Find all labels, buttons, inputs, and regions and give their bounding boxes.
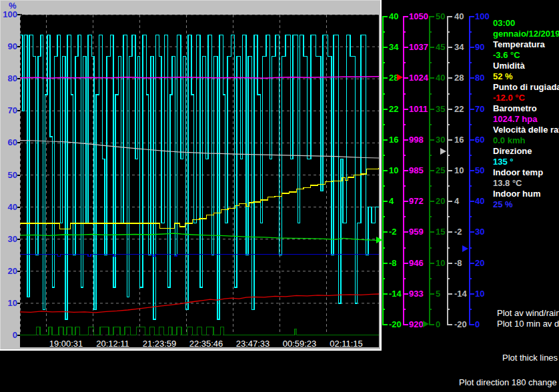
wind-speed-axis-minor-tick [429, 185, 432, 187]
time-tick-label: 22:35:46 [189, 339, 223, 349]
indoor-hum-axis-minor-tick [469, 247, 472, 249]
indoor-temp-axis-tick [447, 77, 452, 79]
indoor-temp-axis-label: 16 [454, 135, 464, 145]
indoor-temp-axis-tick [447, 231, 452, 233]
option-plot-av-wind-rain[interactable]: Plot av wind/rain [497, 308, 559, 318]
left-axis-label: 40 [0, 202, 17, 212]
indoor-temp-pointer [440, 148, 446, 155]
outdoor-temp-axis-label: 34 [389, 42, 398, 52]
indoor-hum-axis-minor-tick [469, 309, 472, 310]
time-tick-label: 23:47:33 [236, 339, 270, 349]
direction-label: Direzione [493, 146, 559, 157]
screen-background: % 1009080706050403020100 19:00:3120:12:1… [0, 0, 559, 392]
left-axis-label: 30 [0, 234, 17, 244]
outdoor-temp-axis-tick [382, 170, 388, 171]
option-plot-thick-lines[interactable]: Plot thick lines [502, 353, 558, 363]
outdoor-temp-axis-label: -14 [389, 289, 402, 299]
wind-speed-axis-tick [429, 77, 434, 79]
outdoor-temp-axis-tick [382, 16, 388, 17]
time-tick-label: 19:00:31 [49, 339, 83, 349]
indoor-hum-axis-tick [469, 77, 474, 79]
indoor-temp-axis-label: 22 [454, 104, 464, 114]
barometer-axis-label: 920 [409, 319, 424, 329]
wind-speed-axis-tick [429, 139, 434, 141]
temperature-value: -3.6 °C [493, 50, 559, 61]
chart-window: % 1009080706050403020100 19:00:3120:12:1… [0, 0, 382, 351]
barometer-axis-label: 1024 [409, 73, 428, 83]
wind-speed-axis-label: 50 [436, 11, 445, 21]
indoor-hum-axis-tick [469, 263, 474, 264]
outdoor-temp-axis-label: -20 [389, 319, 402, 329]
barometer-axis-minor-tick [403, 216, 406, 217]
indoor-hum-axis-minor-tick [469, 31, 472, 33]
outdoor-temp-axis-label: -8 [389, 258, 397, 268]
wind-speed-axis-label: 30 [436, 135, 445, 145]
outdoor-temp-axis-label: 40 [389, 11, 398, 21]
barometer-axis-label: 1050 [409, 11, 428, 21]
indoor-temp-axis-tick [447, 263, 452, 264]
indoor-temp-axis-minor-tick [447, 124, 450, 125]
indoor-temp-axis-minor-tick [447, 216, 450, 217]
wind-speed-axis-tick [429, 324, 434, 325]
indoor-temp-axis-tick [447, 170, 452, 171]
barometer-axis-tick [403, 231, 408, 233]
outdoor-temp-axis-tick [382, 231, 388, 233]
barometer-axis-tick [403, 293, 408, 295]
wind-speed-axis-minor-tick [429, 216, 432, 217]
indoor-temp-axis-minor-tick [447, 185, 450, 187]
indoor-temp-axis-tick [447, 324, 452, 325]
barometer-axis-minor-tick [403, 247, 406, 249]
wind-speed-axis-label: 0 [436, 319, 440, 329]
wind-speed-axis-minor-tick [429, 309, 432, 310]
indoor-hum-axis-label: 40 [475, 196, 484, 206]
outdoor-temp-axis-minor-tick [382, 62, 385, 63]
outdoor-humidity-series [20, 168, 379, 229]
gust-value: 0.0 kmh [493, 135, 559, 146]
outdoor-temp-axis-minor-tick [382, 93, 385, 95]
barometer-axis-minor-tick [403, 309, 406, 310]
indoor-hum-axis-minor-tick [469, 62, 472, 63]
wind-speed-axis-label: 5 [436, 289, 440, 299]
barometer-axis-label: 998 [409, 135, 424, 145]
wind-speed-axis-label: 45 [436, 42, 445, 52]
indoor-hum-axis-minor-tick [469, 93, 472, 95]
indoor-temp-axis-label: 40 [454, 11, 464, 21]
dewpoint-label: Punto di rugiada [493, 82, 559, 93]
dewpoint-value: -12.0 °C [493, 93, 559, 103]
wind-speed-axis-label: 25 [436, 165, 445, 175]
outdoor-temp-axis-tick [382, 47, 388, 48]
indoor-hum-value: 25 % [493, 199, 559, 210]
plot-area: 19:00:3120:12:1121:23:5922:35:4623:47:33… [20, 15, 379, 347]
indoor-hum-axis-label: 80 [475, 73, 484, 83]
barometer-axis-minor-tick [403, 62, 406, 63]
option-plot-direction-180[interactable]: Plot direction 180 change [459, 377, 557, 387]
wind-speed-axis-minor-tick [429, 124, 432, 125]
indoor-temp-axis-label: -14 [454, 289, 467, 299]
wind-speed-axis-minor-tick [429, 62, 432, 63]
wind-speed-axis-minor-tick [429, 93, 432, 95]
outdoor-temp-axis-minor-tick [382, 216, 385, 217]
indoor-temp-axis-minor-tick [447, 62, 450, 63]
wind-speed-axis-tick [429, 231, 434, 233]
barometer-axis-label: 972 [409, 196, 424, 206]
option-plot-10min-av-dir[interactable]: Plot 10 min av dir [497, 319, 559, 329]
gust-label: Velocità delle raffi [493, 125, 559, 135]
indoor-hum-axis-minor-tick [469, 216, 472, 217]
indoor-temp-axis-tick [447, 109, 452, 110]
outdoor-temp-pointer [376, 237, 382, 243]
indoor-hum-label: Indoor hum [493, 189, 559, 199]
indoor-hum-axis-tick [469, 109, 474, 110]
outdoor-temp-axis-minor-tick [382, 185, 385, 187]
indoor-temp-value: 13.8 °C [493, 178, 559, 189]
indoor-temp-axis-minor-tick [447, 155, 450, 156]
barometer-axis-minor-tick [403, 93, 406, 95]
left-axis-label: 90 [0, 41, 17, 51]
barometer-axis-minor-tick [403, 155, 406, 156]
wind-speed-series [20, 327, 379, 336]
weather-history-chart [20, 15, 379, 335]
outdoor-temp-axis-label: 16 [389, 135, 398, 145]
barometer-axis-tick [403, 201, 408, 202]
humidity-value: 52 % [493, 71, 559, 82]
time-value: 03:00 [493, 18, 559, 29]
barometer-axis-label: 959 [409, 227, 424, 237]
